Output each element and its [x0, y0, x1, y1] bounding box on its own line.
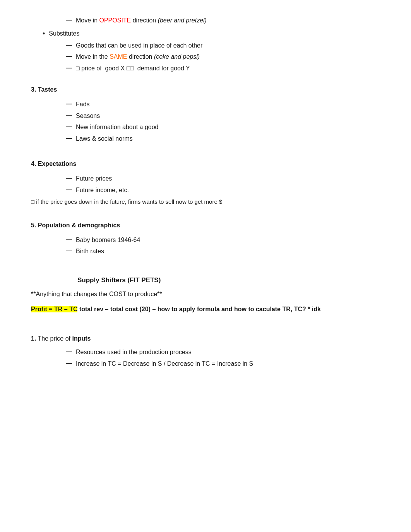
dash-icon-2: — [66, 41, 72, 50]
page-content: — Move in OPPOSITE direction (beer and p… [31, 15, 380, 369]
coke-pepsi-italic: (coke and pepsi) [154, 53, 200, 60]
dash-icon-7: — [66, 122, 72, 131]
tastes-seasons-text: Seasons [76, 111, 100, 121]
dash-icon-9: — [66, 174, 72, 183]
substitutes-label: Substitutes [49, 29, 79, 39]
inputs-increase-tc: — Increase in TC = Decrease in S / Decre… [66, 359, 380, 369]
population-heading: 5. Population & demographics [31, 220, 380, 230]
sub-item-2-text: Move in the SAME direction (coke and pep… [76, 52, 200, 62]
population-birth-rates-text: Birth rates [76, 246, 104, 256]
dash-icon-14: — [66, 359, 72, 368]
tastes-new-info-text: New information about a good [76, 122, 158, 132]
price-inputs-heading: 1. The price of inputs [31, 334, 380, 344]
sub-item-3-text: □ price of good X □□ demand for good Y [76, 63, 190, 73]
dash-icon: — [66, 15, 72, 25]
opposite-direction-item: — Move in OPPOSITE direction (beer and p… [66, 15, 380, 26]
dash-icon-6: — [66, 111, 72, 120]
profit-line: Profit = TR – TC total rev – total cost … [31, 304, 380, 314]
beer-pretzel-italic: (beer and pretzel) [158, 17, 207, 24]
tastes-fads-text: Fads [76, 99, 90, 109]
tastes-laws: — Laws & social norms [66, 134, 380, 144]
dash-icon-10: — [66, 185, 72, 194]
tastes-fads: — Fads [66, 99, 380, 109]
dash-icon-13: — [66, 347, 72, 356]
anything-line: **Anything that changes the COST to prod… [31, 289, 380, 299]
dash-icon-3: — [66, 52, 72, 61]
dash-icon-5: — [66, 99, 72, 109]
bullet-dot-icon: • [43, 29, 45, 39]
sub-item-1-text: Goods that can be used in place of each … [76, 41, 202, 51]
expectations-future-prices: — Future prices [66, 174, 380, 184]
inputs-increase-tc-text: Increase in TC = Decrease in S / Decreas… [76, 359, 253, 369]
opposite-direction-text: Move in OPPOSITE direction (beer and pre… [76, 15, 207, 26]
same-highlight: SAME [110, 53, 127, 60]
dash-icon-11: — [66, 235, 72, 244]
population-birth-rates: — Birth rates [66, 246, 380, 256]
opposite-highlight: OPPOSITE [99, 17, 131, 24]
substitutes-item: • Substitutes [43, 29, 380, 39]
profit-rest: total rev – total cost (20) – how to app… [77, 306, 321, 312]
population-baby-boomers-text: Baby boomers 1946-64 [76, 235, 140, 245]
dash-icon-12: — [66, 246, 72, 256]
dash-icon-8: — [66, 134, 72, 143]
sub-item-2: — Move in the SAME direction (coke and p… [66, 52, 380, 62]
price-inputs-heading-rest: The price of [36, 335, 72, 342]
tastes-seasons: — Seasons [66, 111, 380, 121]
price-inputs-num: 1. [31, 335, 36, 342]
inputs-resources: — Resources used in the production proce… [66, 347, 380, 357]
tastes-heading: 3. Tastes [31, 85, 380, 95]
profit-highlighted: Profit = TR – TC [31, 306, 77, 312]
expectations-heading: 4. Expectations [31, 159, 380, 169]
dash-icon-4: — [66, 63, 72, 73]
tastes-laws-text: Laws & social norms [76, 134, 133, 144]
inputs-resources-text: Resources used in the production process [76, 347, 192, 357]
expectations-future-income: — Future income, etc. [66, 185, 380, 195]
inputs-bold: inputs [72, 335, 91, 342]
supply-shifters-heading: Supply Shifters (FIT PETS) [77, 275, 380, 285]
divider-line: ----------------------------------------… [31, 263, 380, 273]
population-baby-boomers: — Baby boomers 1946-64 [66, 235, 380, 245]
expectations-note: □ if the price goes down in the future, … [31, 197, 380, 206]
divider-chars: ----------------------------------------… [66, 266, 186, 271]
sub-item-1: — Goods that can be used in place of eac… [66, 41, 380, 51]
tastes-new-info: — New information about a good [66, 122, 380, 132]
expectations-future-prices-text: Future prices [76, 174, 112, 184]
expectations-future-income-text: Future income, etc. [76, 185, 129, 195]
sub-item-3: — □ price of good X □□ demand for good Y [66, 63, 380, 73]
